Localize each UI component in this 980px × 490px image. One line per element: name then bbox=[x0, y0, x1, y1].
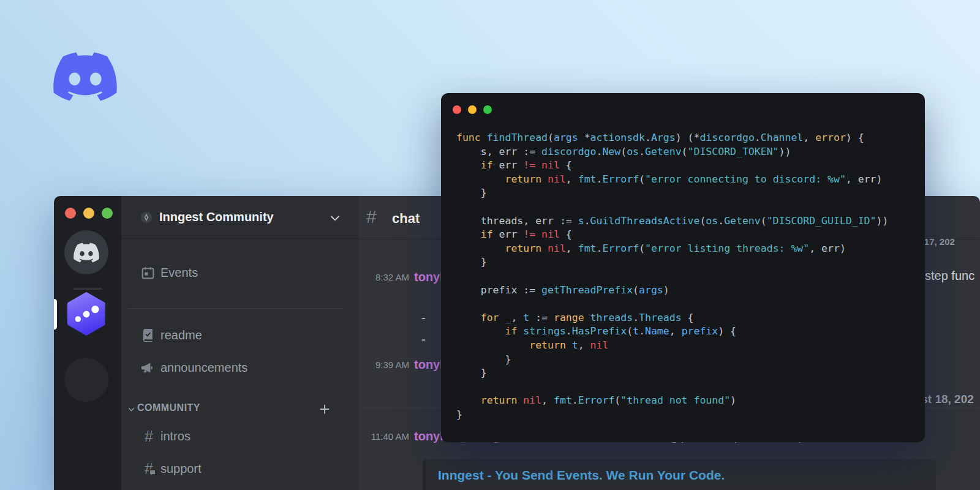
code-token: ) { bbox=[846, 132, 864, 143]
code-token: := bbox=[529, 312, 554, 323]
code-token bbox=[456, 394, 481, 406]
close-button[interactable] bbox=[65, 208, 76, 219]
code-token: nil bbox=[590, 339, 609, 351]
code-token: fmt bbox=[578, 173, 597, 185]
code-line: return nil, fmt.Errorf("error listing th… bbox=[456, 242, 888, 256]
minimize-button[interactable] bbox=[83, 208, 94, 219]
discord-home-button[interactable] bbox=[64, 230, 108, 274]
code-token: findThread bbox=[487, 132, 548, 143]
code-token: return bbox=[481, 394, 518, 406]
discord-home-icon bbox=[74, 243, 99, 263]
code-token: != bbox=[523, 228, 535, 240]
inngest-server-button[interactable] bbox=[64, 292, 108, 336]
code-token: if bbox=[481, 228, 493, 240]
message-timestamp: 8:32 AM bbox=[368, 272, 409, 282]
minimize-button[interactable] bbox=[468, 105, 477, 114]
code-token: , err) bbox=[809, 243, 846, 254]
code-line: if strings.HasPrefix(t.Name, prefix) { bbox=[456, 325, 888, 339]
code-token bbox=[499, 312, 505, 323]
code-token: . bbox=[645, 132, 651, 143]
close-button[interactable] bbox=[453, 105, 461, 114]
code-token: nil bbox=[548, 173, 566, 185]
code-token: ) bbox=[663, 284, 669, 296]
code-line: if err != nil { bbox=[456, 228, 888, 242]
code-token: nil bbox=[541, 159, 560, 171]
code-token: nil bbox=[548, 243, 566, 254]
code-token: . bbox=[597, 243, 603, 254]
code-token bbox=[456, 339, 529, 351]
code-line: return nil, fmt.Errorf("error connecting… bbox=[456, 173, 888, 187]
code-token: , bbox=[566, 243, 578, 254]
code-token: ( bbox=[761, 215, 767, 227]
code-token: "error listing threads: %w" bbox=[645, 243, 809, 254]
code-token: args bbox=[639, 284, 663, 296]
sidebar-item-intros[interactable]: # intros bbox=[121, 423, 358, 450]
code-line: } bbox=[456, 366, 888, 380]
code-token: Name bbox=[645, 325, 669, 337]
channel-sidebar: Inngest Community Events bbox=[121, 196, 358, 490]
channel-name: chat bbox=[392, 211, 420, 227]
hashtag-icon: # bbox=[141, 428, 157, 444]
channel-hash-icon: # bbox=[366, 206, 377, 227]
code-token: , bbox=[511, 312, 523, 323]
code-token: New bbox=[602, 146, 620, 157]
code-token: ( bbox=[548, 132, 554, 143]
create-channel-plus-icon[interactable] bbox=[318, 403, 331, 415]
zoom-button[interactable] bbox=[483, 105, 492, 114]
code-token: . bbox=[597, 173, 603, 185]
code-token bbox=[584, 312, 590, 323]
active-server-indicator bbox=[54, 299, 57, 330]
code-token: Errorf bbox=[602, 243, 639, 254]
sidebar-item-announcements[interactable]: announcements bbox=[121, 354, 358, 381]
code-token: threads, err := bbox=[456, 215, 578, 227]
code-token bbox=[541, 243, 548, 254]
code-token: )) bbox=[779, 146, 791, 157]
code-line: } bbox=[456, 408, 888, 422]
code-token: , bbox=[669, 325, 682, 337]
code-token: GuildThreadsActive bbox=[590, 215, 700, 227]
code-token: { bbox=[560, 228, 572, 240]
hero-canvas: Inngest Community Events bbox=[0, 0, 980, 490]
code-token: discordgo bbox=[541, 146, 596, 157]
code-token: . bbox=[633, 312, 639, 323]
code-token: s bbox=[578, 215, 584, 227]
message-timestamp: 9:39 AM bbox=[368, 360, 409, 370]
sidebar-item-support[interactable]: # support bbox=[121, 455, 358, 482]
bullet-dash: - bbox=[421, 311, 426, 325]
code-token bbox=[456, 228, 481, 240]
server-name: Inngest Community bbox=[159, 210, 274, 224]
code-token: func bbox=[456, 132, 487, 143]
code-line: func findThread(args *actionsdk.Args) (*… bbox=[456, 131, 888, 145]
community-badge-icon bbox=[140, 211, 153, 224]
book-check-icon bbox=[140, 327, 156, 343]
embed-title-link[interactable]: Inngest - You Send Events. We Run Your C… bbox=[438, 468, 924, 483]
code-token: . bbox=[584, 215, 590, 227]
code-token: Threads bbox=[639, 312, 682, 323]
next-server-button[interactable] bbox=[64, 358, 108, 402]
code-token: ) { bbox=[718, 325, 736, 337]
code-line: prefix := getThreadPrefix(args) bbox=[456, 284, 888, 298]
zoom-button[interactable] bbox=[102, 208, 113, 219]
code-token: ( bbox=[633, 284, 639, 296]
code-line bbox=[456, 297, 888, 311]
code-token: strings bbox=[523, 325, 566, 337]
category-community[interactable]: COMMUNITY bbox=[121, 401, 358, 418]
code-line bbox=[456, 200, 888, 214]
category-chevron-icon bbox=[128, 406, 135, 413]
code-token: , bbox=[566, 173, 578, 185]
code-token: _ bbox=[505, 312, 511, 323]
code-line bbox=[456, 380, 888, 394]
server-header-dropdown[interactable]: Inngest Community bbox=[121, 196, 358, 239]
code-token: return bbox=[505, 243, 541, 254]
code-line: } bbox=[456, 353, 888, 367]
window-controls bbox=[453, 105, 492, 114]
sidebar-item-readme[interactable]: readme bbox=[121, 322, 358, 349]
code-line: return t, nil bbox=[456, 339, 888, 353]
code-token bbox=[541, 173, 548, 185]
code-token: actionsdk bbox=[590, 132, 645, 143]
code-token: "error connecting to discord: %w" bbox=[645, 173, 846, 185]
code-token bbox=[517, 394, 523, 406]
sidebar-item-events[interactable]: Events bbox=[121, 259, 358, 286]
code-token: , bbox=[541, 394, 554, 406]
code-token bbox=[535, 159, 541, 171]
